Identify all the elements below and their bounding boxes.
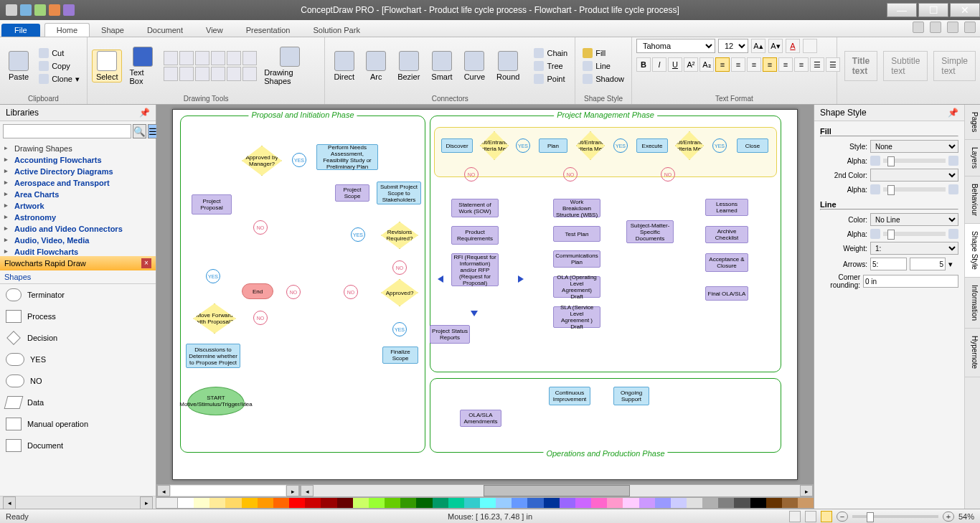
node-yes2[interactable]: YES <box>351 227 365 242</box>
hscroll-left[interactable]: ◂ <box>301 485 314 496</box>
node-yes7[interactable]: YES <box>712 138 727 153</box>
italic-button[interactable]: I <box>652 57 666 72</box>
align-middle-button[interactable]: ≡ <box>778 57 793 72</box>
lib-aerospace[interactable]: Aerospace and Transport <box>4 177 151 189</box>
scroll-right[interactable]: ▸ <box>140 496 153 509</box>
mode-point[interactable]: Point <box>531 73 570 85</box>
shape-manual[interactable]: Manual operation <box>0 413 156 435</box>
node-sow[interactable]: Statement of Work (SOW) <box>451 199 499 217</box>
node-no2[interactable]: NO <box>392 260 407 275</box>
style-subtitle[interactable]: Subtitletext <box>883 51 928 81</box>
shadow-button[interactable]: Shadow <box>580 73 627 85</box>
window-min-icon[interactable] <box>947 22 958 33</box>
font-color-icon[interactable]: A <box>786 39 800 53</box>
line-button[interactable]: Line <box>580 60 627 72</box>
tab-next[interactable]: ▸ <box>286 485 299 496</box>
rtab-pages[interactable]: Pages <box>965 105 980 140</box>
node-preq[interactable]: Product Requirements <box>451 226 499 245</box>
bold-button[interactable]: B <box>636 57 651 72</box>
node-needs[interactable]: Perform Needs Assessment, Feasibility St… <box>316 144 378 170</box>
canvas-viewport[interactable]: Proposal and Initiation Phase Project Ma… <box>156 105 814 484</box>
node-finalize[interactable]: Finalize Scope <box>382 347 418 364</box>
tool-curve[interactable] <box>227 51 241 65</box>
node-end[interactable]: End <box>242 283 273 299</box>
align-bottom-button[interactable]: ≡ <box>794 57 809 72</box>
superscript-button[interactable]: A² <box>684 57 698 72</box>
close-section-icon[interactable]: × <box>141 258 151 268</box>
align-right-button[interactable]: ≡ <box>747 57 761 72</box>
connector-round[interactable]: Round <box>492 50 524 83</box>
node-no1[interactable]: NO <box>253 220 268 235</box>
rtab-behaviour[interactable]: Behaviour <box>965 176 980 224</box>
line-alpha-slider[interactable] <box>883 232 946 236</box>
textbox-tool[interactable]: Text Box <box>125 45 161 87</box>
shrink-font-icon[interactable]: A▾ <box>768 39 783 53</box>
node-acl[interactable]: Acceptance & Closure <box>705 253 748 272</box>
qat-save-icon[interactable] <box>20 4 32 16</box>
shape-no[interactable]: NO <box>0 370 156 392</box>
shapes-list[interactable]: Terminator Process Decision YES NO Data … <box>0 284 156 496</box>
bullets-button[interactable]: ☰ <box>810 57 824 72</box>
help-icon[interactable] <box>913 22 924 33</box>
tab-view[interactable]: View <box>194 24 235 37</box>
library-tree[interactable]: Drawing Shapes Accounting Flowcharts Act… <box>0 141 156 256</box>
node-scope[interactable]: Project Scope <box>335 184 369 202</box>
node-discussions[interactable]: Discussions to Determine whether to Prop… <box>186 344 240 368</box>
line-color-select[interactable]: No Line <box>870 213 958 226</box>
rtab-hypernote[interactable]: Hypernote <box>965 329 980 377</box>
tool-free[interactable] <box>242 51 257 65</box>
tool-circle2[interactable] <box>179 67 194 81</box>
tab-solution-park[interactable]: Solution Park <box>301 24 371 37</box>
qat-app-icon[interactable] <box>6 4 17 16</box>
underline-button[interactable]: U <box>668 57 682 72</box>
qat-undo-icon[interactable] <box>34 4 46 16</box>
close-button[interactable]: ✕ <box>950 3 980 17</box>
node-execute[interactable]: Execute <box>636 138 668 153</box>
rtab-shape-style[interactable]: Shape Style <box>965 224 980 278</box>
node-submit[interactable]: Submit Project Scope to Stakeholders <box>377 182 421 204</box>
node-no4[interactable]: NO <box>344 285 358 299</box>
canvas-hscroll[interactable]: ◂ ▸ <box>300 484 814 497</box>
node-comm[interactable]: Communications Plan <box>553 250 600 268</box>
zoom-out-button[interactable]: − <box>837 512 848 522</box>
color-palette-bar[interactable] <box>156 497 814 509</box>
sheet-tabs[interactable]: ◂ ▸ <box>156 484 300 497</box>
highlight-icon[interactable] <box>803 39 817 53</box>
connector-arc[interactable]: Arc <box>362 50 390 83</box>
tool-tri[interactable] <box>195 67 209 81</box>
fit-page-icon[interactable] <box>805 511 816 522</box>
shape-terminator[interactable]: Terminator <box>0 284 156 306</box>
minimize-button[interactable]: — <box>887 3 917 17</box>
zoom-in-button[interactable]: + <box>943 512 954 522</box>
snap-icon[interactable] <box>821 511 832 522</box>
node-start[interactable]: START Motive/Stimulus/Trigger/Idea <box>187 387 245 415</box>
lib-astronomy[interactable]: Astronomy <box>4 212 151 223</box>
node-no5[interactable]: NO <box>253 311 268 325</box>
tool-pen[interactable] <box>227 67 241 81</box>
node-yes3[interactable]: YES <box>206 269 220 283</box>
shape-yes[interactable]: YES <box>0 349 156 370</box>
shape-data[interactable]: Data <box>0 392 156 413</box>
leftpanel-hscroll[interactable]: ◂ ▸ <box>0 496 156 509</box>
connector-direct[interactable]: Direct <box>329 50 359 83</box>
tab-document[interactable]: Document <box>136 24 194 37</box>
rtab-information[interactable]: Information <box>965 278 980 329</box>
lib-drawing-shapes[interactable]: Drawing Shapes <box>4 143 151 154</box>
connector-smart[interactable]: Smart <box>427 50 456 83</box>
shape-document[interactable]: Document <box>0 435 156 456</box>
style-simple[interactable]: Simpletext <box>933 51 976 81</box>
cut-button[interactable]: Cut <box>36 47 83 59</box>
node-sla[interactable]: SLA (Service Level Agreement ) Draft <box>553 306 600 328</box>
tool-poly[interactable] <box>211 51 225 65</box>
shapes-subheader[interactable]: Shapes <box>0 270 156 284</box>
grow-font-icon[interactable]: A▴ <box>751 39 765 53</box>
palette-picker-icon[interactable] <box>156 498 178 508</box>
fill-button[interactable]: Fill <box>580 47 627 59</box>
align-left-button[interactable]: ≡ <box>715 57 730 72</box>
qat-icon[interactable] <box>49 4 60 16</box>
zoom-level[interactable]: 54% <box>958 512 974 521</box>
align-center-button[interactable]: ≡ <box>731 57 745 72</box>
tool-star[interactable] <box>211 67 225 81</box>
node-testplan[interactable]: Test Plan <box>553 226 600 242</box>
file-tab[interactable]: File <box>1 24 40 37</box>
